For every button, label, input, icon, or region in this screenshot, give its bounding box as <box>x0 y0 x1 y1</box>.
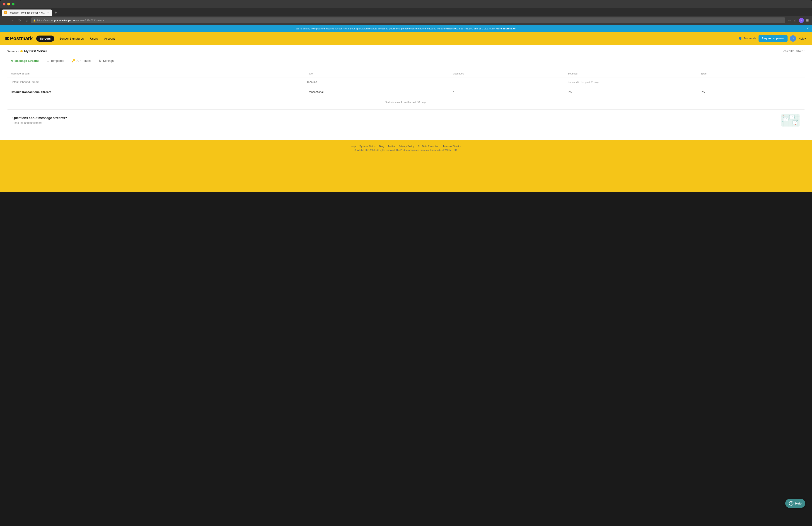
footer-privacy-policy-link[interactable]: Privacy Policy <box>399 145 414 148</box>
page-content: We're adding new public endpoints for ou… <box>0 25 812 192</box>
footer-system-status-link[interactable]: System Status <box>359 145 375 148</box>
titlebar <box>0 0 812 8</box>
streams-table: Message Stream Type Messages Bounced Spa… <box>7 70 805 97</box>
footer-twitter-link[interactable]: Twitter <box>388 145 395 148</box>
settings-tab-icon: ⚙ <box>99 59 102 62</box>
stream-not-used: Not used in the past 30 days <box>564 77 805 87</box>
minimize-window-button[interactable] <box>7 3 10 5</box>
templates-tab-icon: ⊞ <box>47 59 49 62</box>
stream-messages-inbound <box>449 77 564 87</box>
announcement-card: Questions about message streams? Read th… <box>7 109 805 131</box>
breadcrumb-row: Servers / My First Server Server ID: 531… <box>7 49 805 53</box>
sender-signatures-link[interactable]: Sender Signatures <box>56 35 87 42</box>
test-mode-icon: 👤 <box>738 37 742 40</box>
banner-text: We're adding new public endpoints for ou… <box>296 27 495 30</box>
bookmark-icon[interactable]: ☆ <box>793 18 798 23</box>
table-body: Default Inbound Stream Inbound Not used … <box>7 77 805 97</box>
footer: Help System Status Blog Twitter Privacy … <box>0 140 812 156</box>
col-type: Type <box>304 70 449 77</box>
footer-eu-data-link[interactable]: EU Data Protection <box>418 145 439 148</box>
tab-message-streams[interactable]: ≋ Message Streams <box>7 57 43 65</box>
stream-bounced-transactional: 0% <box>564 87 697 97</box>
col-bounced: Bounced <box>564 70 697 77</box>
tab-bar: P Postmark | My First Server > M... × + <box>0 8 812 16</box>
lock-icon: 🔒 <box>33 19 36 22</box>
servers-nav-button[interactable]: Servers <box>36 35 54 42</box>
test-mode-indicator: 👤 Test mode <box>738 37 756 40</box>
toolbar-right: ⋯ ☆ ∞ ☰ <box>787 18 810 23</box>
active-tab[interactable]: P Postmark | My First Server > M... × <box>2 10 52 16</box>
table-header: Message Stream Type Messages Bounced Spa… <box>7 70 805 77</box>
stream-type-transactional: Transactional <box>304 87 449 97</box>
main-content: Servers / My First Server Server ID: 531… <box>0 45 812 140</box>
tab-close-button[interactable]: × <box>46 11 49 14</box>
tab-settings[interactable]: ⚙ Settings <box>95 57 117 65</box>
col-message-stream: Message Stream <box>7 70 304 77</box>
help-nav-link[interactable]: Help ▾ <box>798 37 807 40</box>
server-name-breadcrumb: My First Server <box>24 49 47 53</box>
announcement-illustration: ✕ ✕ <box>781 114 799 126</box>
api-tokens-tab-icon: 🔑 <box>71 59 75 62</box>
request-approval-button[interactable]: Request approval <box>758 35 788 42</box>
logo-icon <box>5 37 9 40</box>
account-link[interactable]: Account <box>101 35 118 42</box>
profile-avatar[interactable]: ∞ <box>799 18 804 23</box>
extensions-icon[interactable]: ⋯ <box>787 18 792 23</box>
footer-copyright: © Wildbit, LLC, 2020. All rights reserve… <box>4 149 808 151</box>
close-window-button[interactable] <box>3 3 5 5</box>
breadcrumb: Servers / My First Server <box>7 49 47 53</box>
announcement-text: Questions about message streams? Read th… <box>13 116 777 125</box>
tab-title: Postmark | My First Server > M... <box>9 11 45 14</box>
svg-text:✕: ✕ <box>782 115 784 117</box>
reload-button[interactable]: ↻ <box>17 18 22 23</box>
servers-breadcrumb-link[interactable]: Servers <box>7 49 17 53</box>
breadcrumb-separator: / <box>18 49 19 53</box>
stats-note: Statistics are from the last 30 days. <box>7 101 805 104</box>
banner-close-button[interactable]: × <box>807 27 809 30</box>
forward-button[interactable]: › <box>10 18 15 23</box>
envelope-illustration: ✕ ✕ <box>781 114 799 126</box>
stream-messages-transactional: 7 <box>449 87 564 97</box>
footer-blog-link[interactable]: Blog <box>379 145 384 148</box>
url-text: https://account.postmarkapp.com/servers/… <box>37 19 104 22</box>
home-button[interactable]: ⌂ <box>24 18 29 23</box>
tab-api-tokens[interactable]: 🔑 API Tokens <box>68 57 95 65</box>
tab-bar-content: ≋ Message Streams ⊞ Templates 🔑 API Toke… <box>7 57 805 65</box>
tab-favicon: P <box>4 11 7 14</box>
footer-links: Help System Status Blog Twitter Privacy … <box>4 145 808 148</box>
stream-name-transactional: Default Transactional Stream <box>7 87 304 97</box>
table-row[interactable]: Default Inbound Stream Inbound Not used … <box>7 77 805 87</box>
nav-right: 👤 Test mode Request approval ? Help ▾ <box>738 35 807 42</box>
address-bar-row: ‹ › ↻ ⌂ 🔒 https://account.postmarkapp.co… <box>0 16 812 25</box>
new-tab-button[interactable]: + <box>53 10 59 16</box>
menu-icon[interactable]: ☰ <box>805 18 810 23</box>
footer-terms-link[interactable]: Terms of Service <box>443 145 461 148</box>
stream-name-inbound: Default Inbound Stream <box>7 77 304 87</box>
maximize-window-button[interactable] <box>12 3 14 5</box>
yellow-bottom-section <box>0 156 812 192</box>
stream-spam-transactional: 0% <box>697 87 805 97</box>
postmark-logo: Postmark <box>5 35 33 42</box>
announcement-title: Questions about message streams? <box>13 116 777 120</box>
message-streams-tab-icon: ≋ <box>11 59 13 62</box>
user-avatar[interactable]: ? <box>790 35 796 42</box>
stream-type-inbound: Inbound <box>304 77 449 87</box>
tab-templates[interactable]: ⊞ Templates <box>43 57 68 65</box>
col-spam: Spam <box>697 70 805 77</box>
back-button[interactable]: ‹ <box>2 18 8 23</box>
top-navigation: Postmark Servers Sender Signatures Users… <box>0 32 812 45</box>
table-row[interactable]: Default Transactional Stream Transaction… <box>7 87 805 97</box>
users-link[interactable]: Users <box>87 35 101 42</box>
banner-link[interactable]: More Information <box>496 27 516 30</box>
read-announcement-link[interactable]: Read the announcement <box>13 121 42 124</box>
info-banner: We're adding new public endpoints for ou… <box>0 25 812 32</box>
server-status-dot <box>20 50 23 52</box>
footer-help-link[interactable]: Help <box>351 145 356 148</box>
url-bar[interactable]: 🔒 https://account.postmarkapp.com/server… <box>31 17 785 23</box>
svg-text:✕: ✕ <box>795 124 796 126</box>
col-messages: Messages <box>449 70 564 77</box>
table-header-row: Message Stream Type Messages Bounced Spa… <box>7 70 805 77</box>
server-id: Server ID: 5314013 <box>782 49 805 53</box>
